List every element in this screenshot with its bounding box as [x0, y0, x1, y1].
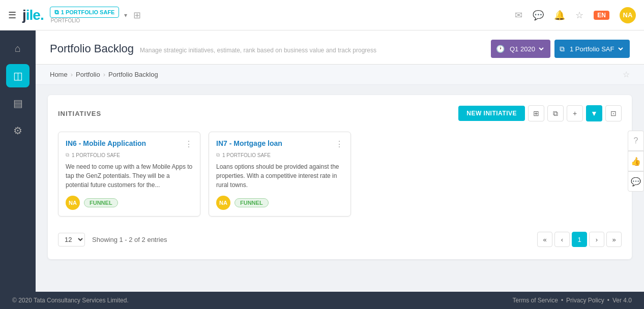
card-in7-title[interactable]: IN7 - Mortgage loan — [216, 139, 282, 147]
sidebar: ⌂ ◫ ▤ ⚙ — [0, 30, 36, 292]
feedback-icon: 💬 — [631, 177, 641, 187]
breadcrumb-sep-1: › — [71, 71, 73, 78]
breadcrumb: Home › Portfolio › Portfolio Backlog ☆ — [36, 65, 644, 85]
breadcrumb-favorite-icon[interactable]: ☆ — [623, 70, 630, 79]
logo: jile. — [22, 7, 44, 23]
page-last-button[interactable]: » — [606, 232, 622, 247]
portfolio-badge[interactable]: ⧉ 1 PORTFOLIO SAFE — [50, 7, 120, 18]
clock-icon: 🕐 — [496, 45, 505, 53]
footer-copyright: © 2020 Tata Consultancy Services Limited… — [12, 297, 129, 304]
breadcrumb-home[interactable]: Home — [50, 71, 68, 78]
help-icon: ? — [634, 136, 638, 145]
pagination-controls: « ‹ 1 › » — [537, 232, 622, 247]
per-page-select[interactable]: 12 24 48 — [58, 233, 85, 246]
sidebar-item-settings[interactable]: ⚙ — [6, 119, 30, 142]
initiatives-panel: INITIATIVES NEW INITIATIVE ⊞ ⧉ + — [48, 95, 632, 259]
sidebar-item-backlog[interactable]: ▤ — [6, 91, 30, 115]
initiatives-cards-grid: IN6 - Mobile Application ⋮ ⧉ 1 PORTFOLIO… — [58, 132, 622, 217]
per-page-control: 12 24 48 Showing 1 - 2 of 2 entries — [58, 233, 167, 246]
sidebar-item-home[interactable]: ⌂ — [6, 37, 30, 60]
content-area: Portfolio Backlog Manage strategic initi… — [36, 30, 644, 292]
sidebar-item-portfolio[interactable]: ◫ — [6, 64, 30, 87]
initiatives-actions: NEW INITIATIVE ⊞ ⧉ + ▼ — [458, 105, 622, 121]
thumbs-up-button[interactable]: 👍 — [628, 151, 644, 171]
period-dropdown[interactable]: Q1 2020 Q2 2020 Q3 2020 Q4 2020 — [508, 45, 545, 53]
footer-links: Terms of Service • Privacy Policy • Ver … — [513, 297, 632, 304]
page-1-button[interactable]: 1 — [572, 232, 587, 247]
layers-icon: ⧉ — [54, 9, 59, 16]
feedback-button[interactable]: 💬 — [628, 171, 644, 192]
home-icon: ⌂ — [15, 43, 21, 54]
card-in7-header: IN7 - Mortgage loan ⋮ — [216, 139, 343, 149]
split-icon: ⧉ — [553, 109, 558, 118]
breadcrumb-portfolio[interactable]: Portfolio — [76, 71, 100, 78]
star-icon[interactable]: ☆ — [575, 10, 583, 21]
mail-icon[interactable]: ✉ — [515, 10, 522, 21]
language-badge[interactable]: EN — [594, 11, 609, 20]
footer-version: Ver 4.0 — [612, 297, 632, 304]
new-initiative-button[interactable]: NEW INITIATIVE — [458, 106, 525, 121]
privacy-policy-link[interactable]: Privacy Policy — [566, 297, 604, 304]
safe-selector[interactable]: ⧉ 1 Portfolio SAF 2 Portfolio SAF — [554, 40, 630, 58]
terms-of-service-link[interactable]: Terms of Service — [513, 297, 558, 304]
footer-separator-2: • — [607, 297, 609, 304]
portfolio-icon: ◫ — [13, 70, 23, 82]
card-in6-portfolio-label: 1 PORTFOLIO SAFE — [72, 152, 120, 158]
breadcrumb-current: Portfolio Backlog — [108, 71, 158, 78]
filter-button[interactable]: ▼ — [586, 105, 602, 121]
main-content: INITIATIVES NEW INITIATIVE ⊞ ⧉ + — [36, 85, 644, 292]
bell-icon[interactable]: 🔔 — [554, 10, 565, 21]
split-view-button[interactable]: ⧉ — [547, 105, 564, 121]
export-icon: ⊡ — [610, 109, 617, 117]
breadcrumb-sep-2: › — [103, 71, 105, 78]
footer: © 2020 Tata Consultancy Services Limited… — [0, 292, 644, 309]
content-inner: Portfolio Backlog Manage strategic initi… — [36, 30, 644, 292]
table-view-button[interactable]: ⊞ — [528, 105, 544, 121]
filter-icon: ▼ — [591, 109, 598, 117]
page-subtitle: Manage strategic initiatives, estimate, … — [140, 47, 376, 54]
page-title: Portfolio Backlog — [50, 42, 134, 55]
gear-icon: ⚙ — [13, 125, 22, 137]
period-selector[interactable]: 🕐 Q1 2020 Q2 2020 Q3 2020 Q4 2020 — [491, 40, 550, 58]
main-layout: ⌂ ◫ ▤ ⚙ Portfolio Backlog Manage strateg… — [0, 30, 644, 292]
export-button[interactable]: ⊡ — [605, 105, 622, 121]
page-first-button[interactable]: « — [537, 232, 552, 247]
card-in6-portfolio: ⧉ 1 PORTFOLIO SAFE — [66, 152, 193, 158]
org-chart-icon[interactable]: ⊞ — [133, 10, 141, 21]
add-view-button[interactable]: + — [567, 105, 583, 121]
right-helper-panel: ? 👍 💬 — [628, 131, 644, 192]
card-in7-tag[interactable]: FUNNEL — [235, 198, 269, 207]
help-button[interactable]: ? — [628, 131, 644, 151]
card-in7-avatar: NA — [216, 196, 230, 210]
thumbs-up-icon: 👍 — [631, 157, 641, 166]
card-in6-menu[interactable]: ⋮ — [185, 139, 193, 149]
card-in6-header: IN6 - Mobile Application ⋮ — [66, 139, 193, 149]
card-in7-footer: NA FUNNEL — [216, 196, 343, 210]
page-next-button[interactable]: › — [589, 232, 604, 247]
page-header: Portfolio Backlog Manage strategic initi… — [36, 30, 644, 65]
card-in7-menu[interactable]: ⋮ — [335, 139, 343, 149]
card-in7-portfolio: ⧉ 1 PORTFOLIO SAFE — [216, 152, 343, 158]
card-in6-avatar: NA — [66, 196, 80, 210]
initiatives-header: INITIATIVES NEW INITIATIVE ⊞ ⧉ + — [58, 105, 622, 121]
card-in7-portfolio-label: 1 PORTFOLIO SAFE — [222, 152, 271, 158]
hamburger-menu[interactable]: ☰ — [8, 10, 16, 21]
page-prev-button[interactable]: ‹ — [554, 232, 570, 247]
portfolio-dropdown-arrow[interactable]: ▾ — [124, 12, 127, 19]
page-title-area: Portfolio Backlog Manage strategic initi… — [50, 42, 376, 55]
chat-icon[interactable]: 💬 — [533, 10, 544, 21]
entries-count: Showing 1 - 2 of 2 entries — [92, 236, 167, 243]
list-icon: ▤ — [13, 97, 23, 109]
pagination-area: 12 24 48 Showing 1 - 2 of 2 entries « ‹ … — [58, 227, 622, 247]
user-avatar[interactable]: NA — [620, 7, 636, 23]
plus-icon: + — [573, 109, 577, 117]
card-in6-tag[interactable]: FUNNEL — [84, 198, 118, 207]
portfolio-badge-label: 1 PORTFOLIO SAFE — [61, 9, 115, 15]
safe-dropdown[interactable]: 1 Portfolio SAF 2 Portfolio SAF — [568, 45, 625, 53]
portfolio-small-icon-2: ⧉ — [216, 152, 220, 158]
top-navigation: ☰ jile. ⧉ 1 PORTFOLIO SAFE PORTFOLIO ▾ ⊞… — [0, 0, 644, 30]
card-in6-footer: NA FUNNEL — [66, 196, 193, 210]
logo-area: jile. ⧉ 1 PORTFOLIO SAFE PORTFOLIO ▾ — [22, 7, 127, 23]
card-in7-description: Loans options should be provided against… — [216, 162, 343, 190]
card-in6-title[interactable]: IN6 - Mobile Application — [66, 139, 146, 147]
